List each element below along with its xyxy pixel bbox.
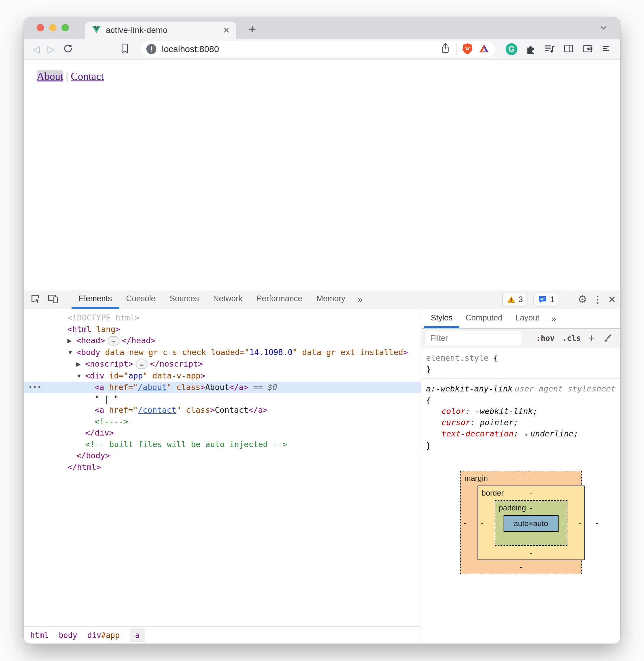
expanded-arrow-icon[interactable]: ▼ <box>67 347 76 359</box>
element-style-rule[interactable]: element.style { } <box>421 348 620 379</box>
tree-row[interactable]: ▼<div id="app" data-v-app> <box>24 370 421 382</box>
issues-chat-icon <box>538 295 547 304</box>
tab-elements[interactable]: Elements <box>72 290 119 309</box>
tree-row[interactable]: </html> <box>24 462 421 473</box>
tree-row[interactable]: " | " <box>24 393 421 405</box>
breadcrumb-div-app[interactable]: div#app <box>87 631 120 640</box>
about-link[interactable]: About <box>37 70 63 82</box>
zoom-window-button[interactable] <box>62 24 69 31</box>
tab-search-chevron-icon[interactable] <box>598 23 608 34</box>
tab-close-icon[interactable]: × <box>223 25 229 36</box>
collapsed-arrow-icon[interactable]: ▶ <box>76 359 85 370</box>
css-property[interactable]: text-decoration: ▸underline; <box>426 428 616 440</box>
warnings-badge[interactable]: 3 <box>502 293 528 307</box>
breadcrumb-a[interactable]: a <box>130 629 145 642</box>
device-toolbar-icon[interactable] <box>47 293 59 306</box>
brave-rewards-icon[interactable] <box>478 43 490 55</box>
pseudo-state-toggle[interactable]: :hov <box>536 334 555 343</box>
box-model-padding[interactable]: padding- - auto×auto - - <box>495 500 568 546</box>
class-toggle[interactable]: .cls <box>562 334 581 343</box>
issues-badge[interactable]: 1 <box>533 293 559 307</box>
issue-count: 1 <box>550 295 554 304</box>
settings-gear-icon[interactable]: ⚙ <box>577 293 587 306</box>
tab-memory[interactable]: Memory <box>309 290 352 309</box>
close-window-button[interactable] <box>37 24 44 31</box>
expanded-arrow-icon[interactable]: ▼ <box>76 371 85 382</box>
rule-origin: user agent stylesheet <box>515 383 616 406</box>
filter-input[interactable] <box>426 331 521 345</box>
styles-more-tabs-icon[interactable]: » <box>546 309 561 328</box>
more-tabs-icon[interactable]: » <box>352 290 368 309</box>
contact-link[interactable]: Contact <box>71 70 104 82</box>
toolbar-divider-2 <box>566 294 566 305</box>
toggle-sidebar-icon[interactable] <box>620 333 620 344</box>
toolbar-divider <box>66 294 66 305</box>
more-options-icon[interactable]: ⋮ <box>593 294 602 305</box>
sidebar-icon[interactable] <box>563 43 574 55</box>
rendering-brush-icon[interactable] <box>602 333 612 344</box>
url-text[interactable]: localhost:8080 <box>162 44 435 54</box>
tree-row[interactable]: <!DOCTYPE html> <box>24 312 421 324</box>
expand-value-icon[interactable]: ▸ <box>523 431 530 438</box>
tree-row[interactable]: ▼<body data-new-gr-c-s-check-loaded="14.… <box>24 347 421 359</box>
tab-performance[interactable]: Performance <box>250 290 309 309</box>
tree-row[interactable]: </div> <box>24 427 421 439</box>
url-bar[interactable]: ! localhost:8080 <box>140 41 495 57</box>
browser-toolbar: ◁ ▷ ! localhost:8080 G <box>24 39 620 60</box>
tab-sources[interactable]: Sources <box>163 290 206 309</box>
tree-row[interactable]: ▶<head>…</head> <box>24 335 421 347</box>
dom-tree: <!DOCTYPE html> <html lang> ▶<head>…</he… <box>24 309 421 626</box>
title-bar: active-link-demo × + <box>24 17 620 39</box>
tree-row[interactable]: <!----> <box>24 416 421 427</box>
reload-icon[interactable] <box>62 43 74 55</box>
collapsed-arrow-icon[interactable]: ▶ <box>67 335 76 347</box>
bookmark-icon[interactable] <box>120 43 130 55</box>
minimize-window-button[interactable] <box>49 24 56 31</box>
tree-row-selected[interactable]: •••<a href="/about" class>About</a> == $… <box>24 382 421 393</box>
devtools-panel: Elements Console Sources Network Perform… <box>24 290 620 643</box>
wallet-icon[interactable] <box>582 43 593 55</box>
css-property[interactable]: color: -webkit-link; <box>426 406 616 417</box>
box-model-border[interactable]: border- - padding- - <box>478 486 584 560</box>
brave-shield-icon[interactable] <box>462 42 473 56</box>
grammarly-icon[interactable]: G <box>506 43 518 55</box>
devtools-close-icon[interactable]: × <box>608 292 616 307</box>
breadcrumb-html[interactable]: html <box>30 631 49 640</box>
site-info-icon[interactable]: ! <box>146 44 156 54</box>
devtools-toolbar: Elements Console Sources Network Perform… <box>24 290 620 309</box>
new-style-rule-icon[interactable]: + <box>589 333 595 344</box>
warning-count: 3 <box>518 295 523 304</box>
href-link[interactable]: /contact <box>138 405 176 415</box>
inspect-icon[interactable] <box>30 293 41 305</box>
href-link[interactable]: /about <box>138 382 167 392</box>
overflow-dots-icon[interactable]: ••• <box>28 382 42 393</box>
forward-icon[interactable]: ▷ <box>48 44 55 55</box>
ellipsis-expand-icon[interactable]: … <box>136 359 147 369</box>
tab-styles[interactable]: Styles <box>424 309 459 328</box>
menu-icon[interactable] <box>601 43 612 55</box>
rule-selector[interactable]: a:-webkit-any-link { <box>426 383 515 406</box>
css-property[interactable]: cursor: pointer; <box>426 417 616 428</box>
breadcrumb-body[interactable]: body <box>59 631 77 640</box>
box-model-margin[interactable]: margin- - border- - <box>460 471 582 574</box>
tree-row[interactable]: ▶<noscript>…</noscript> <box>24 358 421 370</box>
tab-console[interactable]: Console <box>119 290 163 309</box>
box-model-content[interactable]: auto×auto <box>504 515 558 532</box>
ellipsis-expand-icon[interactable]: … <box>108 336 119 346</box>
tree-row[interactable]: <html lang> <box>24 324 421 335</box>
tree-row[interactable]: <a href="/contact" class>Contact</a> <box>24 404 421 416</box>
elements-pane: <!DOCTYPE html> <html lang> ▶<head>…</he… <box>24 309 421 643</box>
back-icon[interactable]: ◁ <box>32 44 40 55</box>
window-controls <box>37 24 69 31</box>
tab-layout[interactable]: Layout <box>509 309 546 328</box>
tree-row[interactable]: <!-- built files will be auto injected -… <box>24 439 421 450</box>
browser-tab[interactable]: active-link-demo × <box>85 22 236 39</box>
media-playlist-icon[interactable] <box>544 43 555 55</box>
ua-stylesheet-rule[interactable]: a:-webkit-any-link { user agent styleshe… <box>421 379 620 455</box>
extensions-puzzle-icon[interactable] <box>525 43 536 55</box>
tab-computed[interactable]: Computed <box>459 309 509 328</box>
share-icon[interactable] <box>440 43 451 56</box>
tab-network[interactable]: Network <box>206 290 250 309</box>
tree-row[interactable]: </body> <box>24 450 421 462</box>
new-tab-icon[interactable]: + <box>248 22 256 37</box>
